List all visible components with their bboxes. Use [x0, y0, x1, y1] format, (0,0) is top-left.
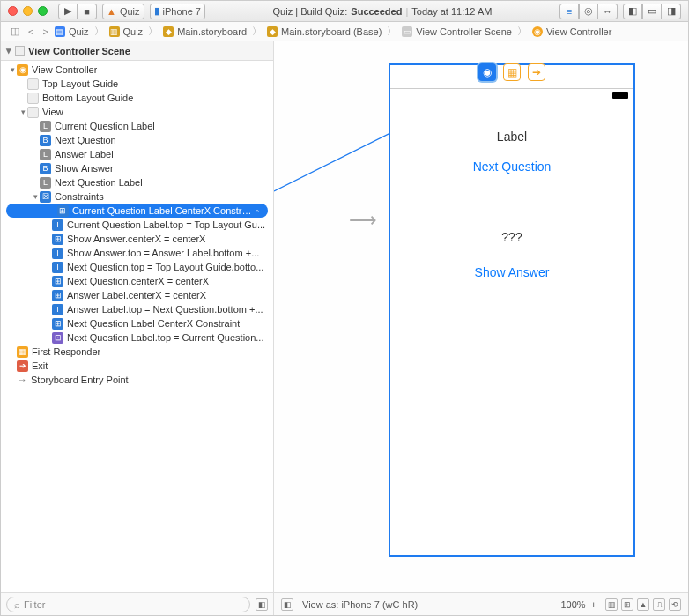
- jump-base[interactable]: ◆Main.storyboard (Base): [267, 26, 382, 37]
- toggle-debug-button[interactable]: ▭: [642, 4, 662, 19]
- entry-arrow-icon[interactable]: ⟶: [349, 209, 377, 232]
- zoom-control[interactable]: − 100% +: [550, 599, 596, 610]
- canvas-next-question-button[interactable]: Next Question: [390, 160, 633, 174]
- outline-top-layout-guide[interactable]: Top Layout Guide: [1, 77, 273, 91]
- device-label: iPhone 7: [163, 6, 201, 17]
- device-frame[interactable]: ◉ ▦ ➔ Label Next Question ??? Show Answe…: [389, 63, 635, 557]
- outline-current-question-label[interactable]: LCurrent Question Label: [1, 119, 273, 133]
- outline-vc[interactable]: ▾◉View Controller: [1, 63, 273, 77]
- activity-view: Quiz | Build Quiz: Succeeded | Today at …: [211, 6, 554, 17]
- outline-constraint-3[interactable]: ⊞Show Answer.centerX = centerX: [1, 232, 273, 246]
- pin-menu-icon[interactable]: ⊞: [621, 598, 633, 611]
- run-button[interactable]: ▶: [58, 4, 78, 19]
- outline-exit[interactable]: ➔Exit: [1, 359, 273, 373]
- dock-vc-icon[interactable]: ◉: [478, 63, 496, 81]
- stop-button[interactable]: ■: [78, 4, 97, 19]
- outline-constraint-7[interactable]: ⊞Answer Label.centerX = centerX: [1, 288, 273, 302]
- zoom-in-button[interactable]: +: [591, 599, 596, 610]
- jump-storyboard[interactable]: ◆Main.storyboard: [163, 26, 247, 37]
- outline-constraint-selected[interactable]: ⊞Current Question Label CenterX Constrai…: [6, 204, 268, 218]
- filter-input[interactable]: ⌕ Filter: [6, 597, 250, 612]
- toggle-utilities-button[interactable]: ◨: [662, 4, 681, 19]
- editor-version-button[interactable]: ↔: [598, 4, 618, 19]
- outline-first-responder[interactable]: ▦First Responder: [1, 345, 273, 359]
- scheme-selector[interactable]: ▲Quiz: [102, 4, 144, 19]
- resolve-issues-icon[interactable]: ▲: [637, 598, 649, 611]
- outline-header-label: View Controller Scene: [28, 46, 130, 56]
- minimize-icon[interactable]: [23, 6, 33, 16]
- zoom-out-button[interactable]: −: [550, 599, 555, 610]
- outline-constraint-2[interactable]: ICurrent Question Label.top = Top Layout…: [1, 218, 273, 232]
- outline-show-answer[interactable]: BShow Answer: [1, 161, 273, 175]
- outline-constraint-6[interactable]: ⊞Next Question.centerX = centerX: [1, 274, 273, 288]
- dock-first-responder-icon[interactable]: ▦: [503, 63, 521, 81]
- status-prefix: Quiz | Build Quiz:: [273, 6, 348, 17]
- zoom-icon[interactable]: [38, 6, 48, 16]
- titlebar: ▶ ■ ▲Quiz ▮iPhone 7 Quiz | Build Quiz: S…: [1, 1, 688, 22]
- outline-constraint-4[interactable]: IShow Answer.top = Answer Label.bottom +…: [1, 246, 273, 260]
- outline-entry-point[interactable]: →Storyboard Entry Point: [1, 373, 273, 387]
- outline-view[interactable]: ▾View: [1, 105, 273, 119]
- canvas-label[interactable]: Label: [390, 130, 633, 144]
- outline-header[interactable]: ▾ View Controller Scene: [1, 41, 273, 61]
- outline-constraint-9[interactable]: ⊞Next Question Label CenterX Constraint: [1, 316, 273, 330]
- close-icon[interactable]: [8, 6, 18, 16]
- search-icon: ⌕: [14, 599, 20, 610]
- align-menu-icon[interactable]: ▥: [605, 598, 618, 611]
- outline-constraint-10[interactable]: ⊡Next Question Label.top = Current Quest…: [1, 330, 273, 345]
- scene-dock: ◉ ▦ ➔: [478, 63, 545, 81]
- device-selector[interactable]: ▮iPhone 7: [150, 4, 205, 19]
- status-bar: ⌕ Filter ◧ ◧ View as: iPhone 7 (wC hR) −…: [1, 592, 688, 615]
- editor-assistant-button[interactable]: ◎: [579, 4, 598, 19]
- editor-standard-button[interactable]: ≡: [559, 4, 579, 19]
- related-items-icon[interactable]: ◫: [8, 26, 22, 37]
- jump-project[interactable]: ▤Quiz: [55, 26, 89, 37]
- jump-scene[interactable]: ▭View Controller Scene: [402, 26, 512, 37]
- canvas-show-answer-button[interactable]: Show Answer: [390, 265, 633, 279]
- outline-bottom-layout-guide[interactable]: Bottom Layout Guide: [1, 91, 273, 105]
- outline-next-question[interactable]: BNext Question: [1, 133, 273, 147]
- status-word: Succeeded: [351, 6, 402, 17]
- toggle-navigator-button[interactable]: ◧: [623, 4, 642, 19]
- document-outline: ▾ View Controller Scene ▾◉View Controlle…: [1, 41, 274, 592]
- outline-next-question-label[interactable]: LNext Question Label: [1, 175, 273, 189]
- outline-constraints[interactable]: ▾☒Constraints: [1, 189, 273, 204]
- back-button[interactable]: <: [26, 26, 36, 37]
- jump-vc[interactable]: ◉View Controller: [532, 26, 611, 37]
- forward-button[interactable]: >: [40, 26, 50, 37]
- filter-placeholder: Filter: [24, 599, 45, 610]
- window-controls: [8, 6, 48, 16]
- embed-stack-icon[interactable]: ⎍: [653, 598, 665, 611]
- outline-answer-label[interactable]: LAnswer Label: [1, 147, 273, 161]
- zoom-value: 100%: [560, 599, 585, 610]
- scheme-label: Quiz: [120, 6, 140, 17]
- jump-bar[interactable]: ◫ < > ▤Quiz〉 ▥Quiz〉 ◆Main.storyboard〉 ◆M…: [1, 22, 688, 41]
- update-frames-icon[interactable]: ⟲: [669, 598, 681, 611]
- canvas[interactable]: ⟶ ◉ ▦ ➔ Label Next Question ??? Show Ans…: [274, 41, 688, 592]
- outline-constraint-8[interactable]: IAnswer Label.top = Next Question.bottom…: [1, 302, 273, 316]
- view-as-label[interactable]: View as: iPhone 7 (wC hR): [302, 599, 418, 610]
- outline-constraint-5[interactable]: INext Question.top = Top Layout Guide.bo…: [1, 260, 273, 274]
- jump-folder[interactable]: ▥Quiz: [109, 26, 144, 37]
- canvas-answer-label[interactable]: ???: [390, 230, 633, 244]
- toggle-outline-button[interactable]: ◧: [281, 598, 293, 611]
- status-time: Today at 11:12 AM: [411, 6, 492, 17]
- outline-filter-icon[interactable]: ◧: [256, 598, 268, 611]
- dock-exit-icon[interactable]: ➔: [528, 63, 545, 81]
